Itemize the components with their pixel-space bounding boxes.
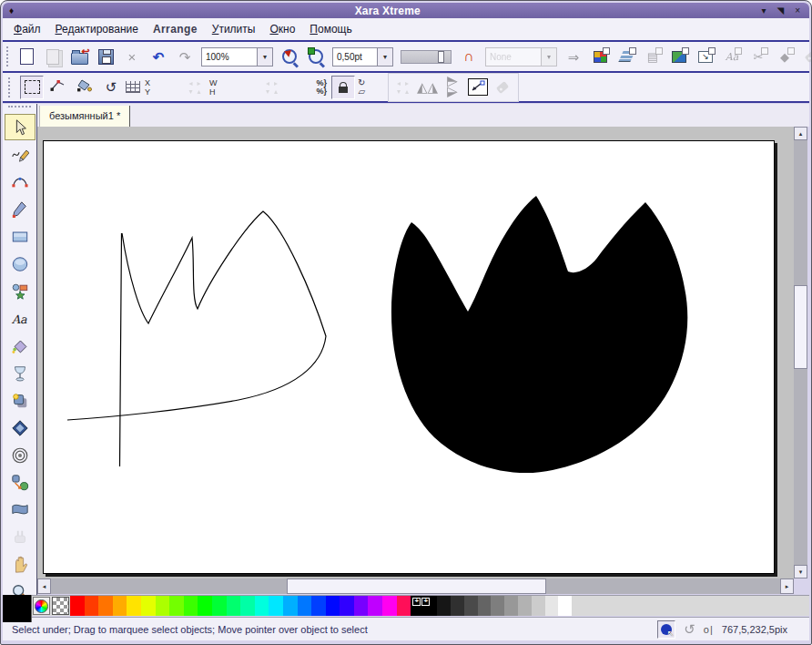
document-tab[interactable]: безымянный1 * <box>39 106 130 127</box>
snap-to-objects-button[interactable]: ∩ <box>457 45 481 68</box>
blend-tool[interactable] <box>5 469 36 496</box>
palette-swatch[interactable] <box>464 596 478 616</box>
infobar-grip[interactable] <box>8 77 14 97</box>
scroll-up-button[interactable]: ▴ <box>794 127 807 140</box>
menu-item-file[interactable]: Файл <box>14 23 41 36</box>
zoom-dropdown-button[interactable]: ▾ <box>257 48 272 66</box>
zoom-drawing-button[interactable] <box>304 45 328 68</box>
freehand-tool[interactable] <box>5 141 36 168</box>
freehand-curve[interactable] <box>67 211 326 420</box>
line-gallery-button[interactable]: ↘ <box>694 45 717 68</box>
palette-swatch[interactable] <box>70 596 85 616</box>
palette-swatch[interactable] <box>283 596 298 616</box>
palette-swatch[interactable] <box>198 596 212 616</box>
black-filled-shape[interactable] <box>391 196 687 473</box>
palette-swatch[interactable] <box>156 596 170 616</box>
font-gallery-button[interactable]: Aa <box>720 45 744 68</box>
feather-slider-thumb[interactable] <box>438 51 444 63</box>
palette-swatch[interactable] <box>227 596 241 616</box>
shape-editor-tool[interactable] <box>5 169 36 195</box>
line-width-dropdown-button[interactable]: ▾ <box>377 48 392 66</box>
toolbar-grip[interactable] <box>6 46 8 67</box>
show-edit-handles-button[interactable] <box>468 78 488 96</box>
contour-tool[interactable] <box>5 442 36 468</box>
vertical-scroll-thumb[interactable] <box>794 285 807 369</box>
clipart-gallery-button[interactable]: ✂ <box>746 45 770 68</box>
ellipse-tool[interactable] <box>5 251 36 277</box>
palette-swatch[interactable] <box>141 596 156 616</box>
close-button[interactable]: × <box>795 6 800 15</box>
palette-swatch[interactable] <box>311 596 326 616</box>
color-editor-button[interactable] <box>33 597 50 615</box>
menu-item-arrange[interactable]: Arrange <box>153 23 198 36</box>
mould-tool[interactable] <box>5 497 36 523</box>
palette-swatch[interactable] <box>518 596 532 616</box>
fill-gallery-button[interactable]: ◆ <box>773 45 797 68</box>
selector-tool[interactable] <box>5 114 36 140</box>
palette-swatch[interactable] <box>85 596 99 616</box>
scroll-left-button[interactable]: ◂ <box>37 578 51 594</box>
edit-segment-button[interactable] <box>46 76 70 99</box>
palette-swatch[interactable] <box>504 596 518 616</box>
previous-zoom-button[interactable] <box>278 45 301 68</box>
horizontal-scroll-thumb[interactable] <box>287 578 546 594</box>
text-tool[interactable]: Aa <box>5 305 36 332</box>
position-nudge-arrows[interactable]: ◂▸ ▾▴ <box>187 79 203 96</box>
flip-vertical-button[interactable]: ◭◮ <box>442 76 465 99</box>
palette-swatch[interactable] <box>354 596 369 616</box>
fill-tool[interactable] <box>5 333 36 359</box>
palette-swatch[interactable] <box>326 596 340 616</box>
flip-horizontal-button[interactable]: ◭◮ <box>415 76 439 99</box>
canvas-area[interactable] <box>37 127 794 578</box>
lock-aspect-button[interactable] <box>331 76 355 99</box>
palette-swatch[interactable] <box>269 596 283 616</box>
open-button[interactable] <box>67 45 91 68</box>
save-button[interactable] <box>94 45 117 68</box>
palette-swatch[interactable] <box>437 596 451 616</box>
frame-gallery-button[interactable]: ▤ <box>641 45 665 68</box>
live-drag-button[interactable] <box>657 620 675 639</box>
pen-tool[interactable] <box>5 196 36 222</box>
name-gallery-button[interactable] <box>799 45 812 68</box>
palette-swatch[interactable] <box>545 596 559 616</box>
titlebar[interactable]: ♦ Xara Xtreme ▾ ◥ × <box>3 3 809 18</box>
palette-swatch-black[interactable]: ++ <box>411 596 437 616</box>
palette-swatch[interactable] <box>532 596 545 616</box>
layer-gallery-button[interactable] <box>614 45 638 68</box>
apply-name-tag-button[interactable] <box>491 76 514 99</box>
push-tool[interactable] <box>5 551 36 578</box>
copy-button[interactable] <box>41 45 65 68</box>
zoom-level-input[interactable] <box>202 48 257 66</box>
freehand-vertical-line[interactable] <box>120 233 122 466</box>
palette-swatch[interactable] <box>298 596 312 616</box>
palette-swatch[interactable] <box>478 596 492 616</box>
no-color-swatch[interactable] <box>52 597 69 615</box>
menu-item-help[interactable]: Помощь <box>310 23 351 36</box>
shadow-tool[interactable] <box>5 387 36 414</box>
palette-swatch[interactable] <box>127 596 141 616</box>
undo-button[interactable]: ↶ <box>147 45 170 68</box>
rectangle-tool[interactable] <box>5 223 36 250</box>
palette-swatch[interactable] <box>491 596 504 616</box>
live-effect-dropdown-button[interactable]: ▾ <box>541 48 556 66</box>
feather-slider[interactable] <box>401 50 452 64</box>
palette-swatch[interactable] <box>98 596 113 616</box>
scroll-down-button[interactable]: ▾ <box>794 565 807 578</box>
transparency-tool[interactable] <box>5 360 36 386</box>
palette-swatch[interactable] <box>382 596 397 616</box>
palette-swatch[interactable] <box>558 596 572 616</box>
palette-swatch[interactable] <box>451 596 464 616</box>
quickshape-tool[interactable] <box>5 278 36 304</box>
menu-item-window[interactable]: Окно <box>269 23 295 36</box>
flip-nudge-arrows[interactable]: ◂▸ ▾▴ <box>394 79 411 96</box>
minimize-button[interactable]: ▾ <box>761 6 766 15</box>
palette-swatch[interactable] <box>212 596 227 616</box>
live-effect-input[interactable] <box>486 48 541 66</box>
vertical-scrollbar[interactable]: ▴ ▾ <box>794 127 807 578</box>
marquee-select-button[interactable] <box>20 76 44 99</box>
fill-node-button[interactable] <box>73 76 96 99</box>
palette-swatch[interactable] <box>184 596 198 616</box>
live-effects-tool[interactable] <box>5 524 36 550</box>
menu-item-utilities[interactable]: Утилиты <box>212 23 256 36</box>
rotate-mode-button[interactable]: ↺ <box>99 76 123 99</box>
